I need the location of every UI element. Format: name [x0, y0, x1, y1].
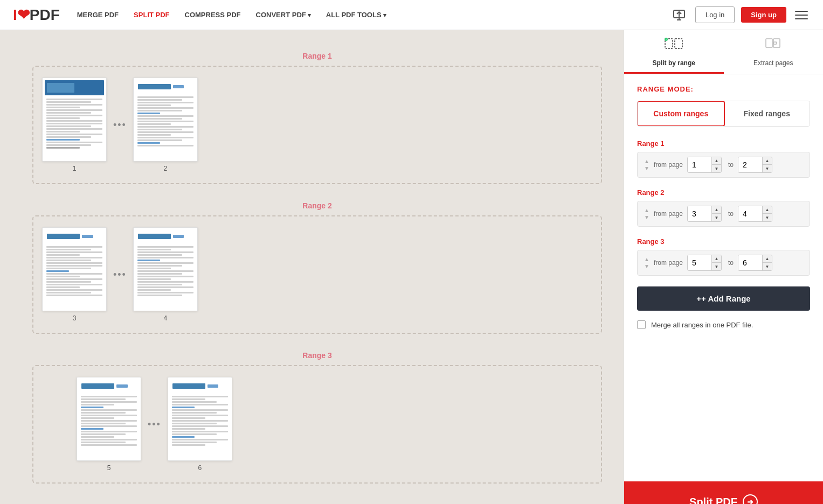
tab-split-by-range[interactable]: ✓ Split by range [624, 30, 724, 74]
merge-checkbox[interactable] [637, 320, 646, 329]
from-spin-1: ▲ ▼ [711, 157, 721, 172]
thumb-card-4 [133, 227, 198, 311]
to-spin-1: ▲ ▼ [762, 157, 772, 172]
login-button[interactable]: Log in [695, 6, 735, 23]
page-thumb-3: 3 [42, 227, 107, 322]
to-spin-down-2[interactable]: ▼ [762, 214, 772, 221]
to-input-wrap-3: ▲ ▼ [738, 255, 772, 271]
split-arrow-icon: ➜ [743, 494, 758, 504]
sidebar-range-1: Range 1 ▲▼ from page ▲ ▼ to [637, 139, 810, 178]
thumb-card-2 [133, 78, 198, 162]
merge-label: Merge all ranges in one PDF file. [651, 321, 753, 329]
page-number-2: 2 [164, 165, 168, 172]
content-range-2-box: 3 ••• [32, 215, 602, 334]
nav-right: Log in Sign up [669, 5, 810, 25]
from-spin-2: ▲ ▼ [711, 206, 721, 221]
fixed-ranges-btn[interactable]: Fixed ranges [724, 101, 810, 126]
sidebar-range-2-inputs: ▲▼ from page ▲ ▼ to ▲ [637, 201, 810, 227]
signup-button[interactable]: Sign up [741, 7, 786, 23]
page-thumb-4: 4 [133, 227, 198, 322]
sidebar-range-3-inputs: ▲▼ from page ▲ ▼ to ▲ [637, 250, 810, 276]
to-spin-down-1[interactable]: ▼ [762, 165, 772, 172]
page-number-6: 6 [198, 464, 202, 472]
to-spin-2: ▲ ▼ [762, 206, 772, 221]
from-spin-down-1[interactable]: ▼ [711, 165, 721, 172]
sort-handle-1[interactable]: ▲▼ [644, 158, 649, 171]
add-range-button[interactable]: + + Add Range [637, 286, 810, 311]
to-page-input-3[interactable] [738, 255, 762, 270]
tab-extract-label: Extract pages [753, 59, 793, 67]
to-page-input-1[interactable] [738, 157, 762, 172]
svg-rect-5 [675, 39, 682, 48]
content-range-2: Range 2 [32, 201, 602, 334]
page-number-4: 4 [164, 314, 168, 322]
from-page-input-3[interactable] [688, 255, 711, 270]
page-number-1: 1 [73, 165, 77, 172]
to-label-1: to [728, 161, 734, 169]
sort-handle-3[interactable]: ▲▼ [644, 256, 649, 269]
nav-compress-pdf[interactable]: COMPRESS PDF [185, 11, 241, 19]
content-range-3-label: Range 3 [32, 351, 602, 360]
to-input-wrap-2: ▲ ▼ [738, 206, 772, 222]
content-range-1: Range 1 [32, 52, 602, 184]
from-page-input-2[interactable] [688, 206, 711, 221]
to-spin-up-2[interactable]: ▲ [762, 206, 772, 214]
main-layout: Range 1 [0, 30, 823, 504]
content-range-1-box: 1 ••• [32, 66, 602, 184]
nav-merge-pdf[interactable]: MERGE PDF [77, 11, 119, 19]
thumb-card-3 [42, 227, 107, 311]
sidebar-tabs: ✓ Split by range Extract pages [624, 30, 823, 74]
nav-all-tools[interactable]: ALL PDF TOOLS [326, 11, 386, 19]
sidebar: ✓ Split by range Extract pages RANGE MOD… [624, 30, 823, 504]
nav-split-pdf[interactable]: SPLIT PDF [134, 11, 169, 19]
from-input-wrap-3: ▲ ▼ [687, 255, 722, 271]
to-label-3: to [728, 259, 734, 267]
content-range-3-box: 5 ••• [32, 365, 602, 484]
from-spin-down-3[interactable]: ▼ [711, 263, 721, 270]
from-input-wrap-2: ▲ ▼ [687, 206, 722, 222]
sidebar-range-2: Range 2 ▲▼ from page ▲ ▼ to [637, 188, 810, 227]
split-pdf-label: Split PDF [689, 496, 737, 505]
tab-extract-pages[interactable]: Extract pages [724, 30, 824, 74]
logo[interactable]: I❤PDF [13, 6, 60, 24]
page-thumb-2: 2 [133, 78, 198, 172]
thumb-card-5 [77, 377, 141, 461]
from-spin-up-3[interactable]: ▲ [711, 255, 721, 263]
from-spin-up-1[interactable]: ▲ [711, 157, 721, 165]
add-range-label: + Add Range [701, 294, 751, 303]
navbar: I❤PDF MERGE PDF SPLIT PDF COMPRESS PDF C… [0, 0, 823, 30]
from-label-1: from page [654, 161, 683, 169]
extract-icon [764, 38, 783, 57]
upload-icon[interactable] [669, 5, 689, 25]
from-label-2: from page [654, 210, 683, 218]
content-range-2-label: Range 2 [32, 201, 602, 210]
menu-hamburger[interactable] [793, 6, 810, 24]
to-spin-up-1[interactable]: ▲ [762, 157, 772, 165]
to-label-2: to [728, 210, 734, 218]
page-thumb-1: 1 [42, 78, 107, 172]
from-spin-up-2[interactable]: ▲ [711, 206, 721, 214]
from-spin-3: ▲ ▼ [711, 255, 721, 270]
nav-convert-pdf[interactable]: CONVERT PDF [256, 11, 311, 19]
range-mode-label: RANGE MODE: [637, 85, 810, 93]
sidebar-range-1-label: Range 1 [637, 139, 810, 148]
sidebar-range-1-inputs: ▲▼ from page ▲ ▼ to ▲ [637, 152, 810, 178]
from-spin-down-2[interactable]: ▼ [711, 214, 721, 221]
to-input-wrap-1: ▲ ▼ [738, 157, 772, 173]
to-page-input-2[interactable] [738, 206, 762, 221]
dots-3: ••• [148, 419, 161, 430]
dots-1: ••• [113, 120, 127, 131]
from-page-input-1[interactable] [688, 157, 711, 172]
to-spin-down-3[interactable]: ▼ [762, 263, 772, 270]
sidebar-range-3: Range 3 ▲▼ from page ▲ ▼ to [637, 237, 810, 276]
content-range-1-label: Range 1 [32, 52, 602, 60]
thumb-card-6 [168, 377, 232, 461]
page-number-3: 3 [73, 314, 77, 322]
add-range-plus: + [696, 294, 701, 303]
custom-ranges-btn[interactable]: Custom ranges [637, 101, 725, 127]
split-pdf-button[interactable]: Split PDF ➜ [624, 481, 823, 504]
svg-text:✓: ✓ [666, 38, 667, 41]
sidebar-range-2-label: Range 2 [637, 188, 810, 197]
to-spin-up-3[interactable]: ▲ [762, 255, 772, 263]
sort-handle-2[interactable]: ▲▼ [644, 207, 649, 220]
